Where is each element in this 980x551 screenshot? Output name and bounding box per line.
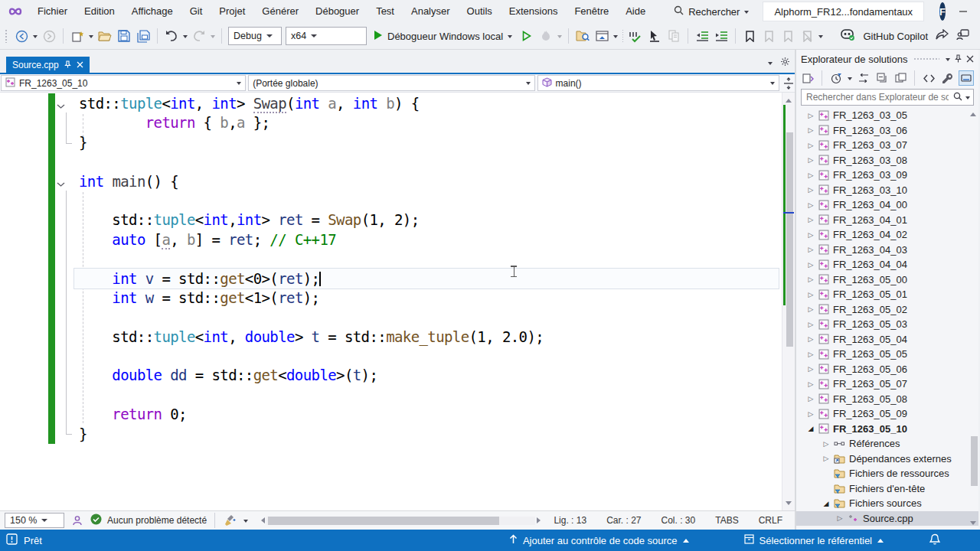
expand-arrow-icon[interactable]: ▷	[807, 305, 815, 313]
expand-arrow-icon[interactable]: ▷	[807, 186, 815, 194]
navigate-cursor-icon[interactable]	[647, 28, 662, 44]
scroll-left-arrow[interactable]	[258, 517, 265, 523]
spell-check-icon[interactable]	[628, 28, 643, 44]
expand-arrow-icon[interactable]: ▷	[807, 246, 815, 253]
minimize-button[interactable]	[946, 0, 980, 23]
start-debugging-button[interactable]: Débogueur Windows local	[371, 30, 515, 43]
expand-arrow-icon[interactable]: ▷	[836, 514, 844, 522]
next-bookmark-icon[interactable]	[780, 28, 795, 44]
project-FR_1263_03_06[interactable]: ▷FR_1263_03_06	[796, 123, 978, 139]
send-feedback-icon[interactable]	[956, 29, 969, 43]
panel-menu-icon[interactable]	[946, 58, 950, 64]
project-FR_1263_05_01[interactable]: ▷FR_1263_05_01	[796, 287, 978, 302]
zoom-select[interactable]: 150 %	[5, 513, 64, 528]
tab-list-dropdown-icon[interactable]	[768, 62, 773, 67]
feedback-icon[interactable]	[6, 533, 18, 547]
project-FR_1263_05_05[interactable]: ▷FR_1263_05_05	[796, 347, 978, 362]
project-FR_1263_05_06[interactable]: ▷FR_1263_05_06	[796, 362, 978, 377]
project-FR_1263_03_07[interactable]: ▷FR_1263_03_07	[796, 138, 978, 153]
scroll-down-arrow[interactable]	[782, 499, 795, 510]
expand-arrow-icon[interactable]: ▷	[807, 321, 815, 328]
project-FR_1263_05_04[interactable]: ▷FR_1263_05_04	[796, 332, 978, 347]
menu-deboguer[interactable]: Déboguer	[307, 0, 368, 23]
project-FR_1263_04_00[interactable]: ▷FR_1263_04_00	[796, 197, 978, 213]
redo-icon[interactable]	[191, 28, 207, 44]
project-FR_1263_05_07[interactable]: ▷FR_1263_05_07	[796, 377, 978, 392]
project-FR_1263_03_09[interactable]: ▷FR_1263_03_09	[796, 168, 978, 183]
menu-generer[interactable]: Générer	[253, 0, 307, 23]
file-source-cpp[interactable]: ▷Source.cpp	[796, 511, 978, 527]
share-icon[interactable]	[936, 29, 949, 43]
project-FR_1263_05_09[interactable]: ▷FR_1263_05_09	[796, 406, 978, 422]
expand-arrow-icon[interactable]: ▷	[807, 216, 815, 223]
bookmark-dropdown-icon[interactable]	[818, 35, 823, 41]
show-all-files-icon[interactable]	[893, 71, 907, 85]
indent-mode-indicator[interactable]: TABS	[715, 515, 738, 526]
project-FR_1263_04_02[interactable]: ▷FR_1263_04_02	[796, 227, 978, 243]
project-FR_1263_03_05[interactable]: ▷FR_1263_03_05	[796, 108, 978, 123]
pin-icon[interactable]	[64, 60, 71, 70]
header-files-node[interactable]: Fichiers d'en-tête	[796, 481, 978, 497]
collapse-all-icon[interactable]	[875, 71, 889, 85]
platform-select[interactable]: x64	[286, 27, 367, 45]
expand-arrow-icon[interactable]: ▷	[807, 112, 815, 119]
expand-arrow-icon[interactable]: ▷	[807, 261, 815, 269]
menu-git[interactable]: Git	[181, 0, 211, 23]
expand-arrow-icon[interactable]: ▷	[822, 455, 830, 462]
tab-source-cpp[interactable]: Source.cpp	[6, 57, 90, 73]
expand-arrow-icon[interactable]: ▷	[807, 365, 815, 373]
expand-arrow-icon[interactable]: ▷	[807, 395, 815, 403]
view-code-icon[interactable]	[922, 71, 936, 85]
project-FR_1263_05_02[interactable]: ▷FR_1263_05_02	[796, 302, 978, 318]
expand-arrow-icon[interactable]: ▷	[807, 350, 815, 358]
switch-views-icon[interactable]	[801, 71, 815, 85]
expand-arrow-icon[interactable]: ▷	[807, 126, 815, 134]
explorer-search-box[interactable]	[801, 89, 974, 106]
indent-increase-icon[interactable]	[714, 28, 729, 44]
project-FR_1263_04_04[interactable]: ▷FR_1263_04_04	[796, 257, 978, 272]
project-FR_1263_04_03[interactable]: ▷FR_1263_04_03	[796, 243, 978, 258]
solution-name-button[interactable]: Alphorm_FR12...fondamentaux	[763, 2, 924, 21]
tree-scrollbar[interactable]	[969, 109, 978, 528]
solution-config-select[interactable]: Debug	[228, 27, 282, 45]
explorer-search-input[interactable]	[805, 91, 950, 103]
close-panel-icon[interactable]	[966, 54, 974, 65]
select-repository-button[interactable]: Sélectionner le référentiel	[744, 534, 884, 546]
hot-reload-icon[interactable]	[538, 28, 554, 44]
char-indicator[interactable]: Car. : 27	[606, 515, 641, 526]
search-dropdown-icon[interactable]	[965, 96, 970, 102]
code-editor[interactable]: std::tuple<int, int> Swap(int a, int b) …	[0, 93, 795, 510]
scroll-up-arrow[interactable]	[782, 93, 795, 104]
undo-icon[interactable]	[164, 28, 179, 44]
live-share-icon[interactable]	[70, 513, 85, 528]
document-outline-icon[interactable]	[666, 28, 681, 44]
find-in-files-icon[interactable]	[575, 28, 590, 44]
scope-dropdown[interactable]: (Portée globale)	[248, 75, 534, 91]
expand-arrow-icon[interactable]: ▷	[807, 276, 815, 283]
expand-arrow-icon[interactable]: ▷	[807, 291, 815, 298]
source-files-node[interactable]: ◢Fichiers sources	[796, 496, 978, 511]
project-FR_1263_03_10[interactable]: ▷FR_1263_03_10	[796, 183, 978, 198]
menu-edition[interactable]: Edition	[76, 0, 123, 23]
project-FR_1263_05_03[interactable]: ▷FR_1263_05_03	[796, 317, 978, 332]
gear-icon[interactable]	[780, 56, 790, 70]
project-FR_1263_05_00[interactable]: ▷FR_1263_05_00	[796, 272, 978, 288]
expand-arrow-icon[interactable]: ▷	[807, 410, 815, 418]
menu-outils[interactable]: Outils	[459, 0, 501, 23]
search-box[interactable]: Rechercher	[674, 5, 749, 18]
panel-grip[interactable]	[913, 57, 939, 61]
project-FR_1263_03_08[interactable]: ▷FR_1263_03_08	[796, 153, 978, 168]
expand-arrow-icon[interactable]: ▷	[822, 440, 830, 448]
horizontal-scrollbar[interactable]	[258, 517, 544, 525]
code-cleanup-icon[interactable]	[223, 513, 238, 528]
fold-collapse-icon[interactable]	[57, 99, 65, 112]
close-tab-icon[interactable]	[77, 60, 83, 70]
undo-dropdown-icon[interactable]	[183, 35, 188, 41]
scroll-right-arrow[interactable]	[537, 517, 544, 523]
pin-icon[interactable]	[955, 54, 962, 65]
navigate-forward-icon[interactable]	[41, 28, 57, 44]
scrollbar-thumb[interactable]	[786, 132, 793, 347]
new-project-icon[interactable]	[70, 28, 85, 44]
home-dropdown-icon[interactable]	[613, 35, 618, 41]
add-to-source-control-button[interactable]: Ajouter au contrôle de code source	[509, 534, 689, 546]
